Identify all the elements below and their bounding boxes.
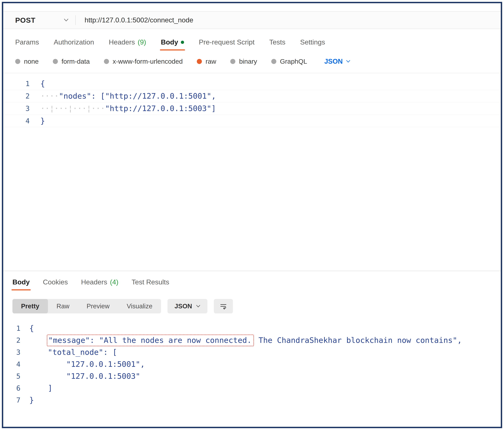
radio-icon [104, 59, 109, 64]
line-number: 2 [3, 92, 30, 100]
editor-line: 3 ··¦···¦···¦···"http://127.0.0.1:5003"] [3, 102, 501, 115]
response-tab-body[interactable]: Body [12, 278, 30, 290]
radio-icon [53, 59, 58, 64]
mode-label: form-data [62, 58, 90, 65]
code-text: { [40, 79, 45, 88]
response-section-divider [3, 271, 501, 271]
line-number: 1 [3, 324, 20, 333]
request-tabs: Params Authorization Headers (9) Body Pr… [15, 38, 501, 51]
view-raw[interactable]: Raw [48, 299, 78, 313]
response-tab-test-results[interactable]: Test Results [132, 278, 169, 290]
tab-label: Authorization [54, 38, 94, 46]
tab-body[interactable]: Body [161, 38, 184, 51]
divider [75, 15, 76, 25]
code-text: } [29, 396, 34, 404]
response-language-selector[interactable]: JSON [168, 299, 207, 313]
view-pretty[interactable]: Pretty [12, 299, 48, 313]
language-label: JSON [175, 303, 192, 310]
language-selector[interactable]: JSON [324, 58, 350, 65]
mode-form-data[interactable]: form-data [53, 58, 90, 65]
url-input[interactable]: http://127.0.0.1:5002/connect_node [85, 16, 193, 24]
view-visualize[interactable]: Visualize [118, 299, 161, 313]
tab-label: Body [161, 38, 178, 46]
code-text: } [40, 116, 45, 125]
response-body-viewer[interactable]: 1 { 2 "message": "All the nodes are now … [3, 313, 501, 406]
tab-params[interactable]: Params [15, 38, 39, 51]
code-text: "http://127.0.0.1:5003"] [105, 104, 216, 113]
radio-selected-icon [197, 59, 202, 64]
mode-raw[interactable]: raw [197, 58, 216, 65]
editor-line: 2 ····"nodes": ["http://127.0.0.1:5001", [3, 90, 501, 102]
headers-count: (9) [138, 38, 146, 46]
response-tab-headers[interactable]: Headers (4) [81, 278, 118, 290]
method-selector[interactable]: POST [3, 11, 75, 29]
radio-icon [230, 59, 235, 64]
tab-authorization[interactable]: Authorization [54, 38, 94, 51]
line-number: 6 [3, 384, 20, 392]
whitespace-guides: ···· [40, 92, 59, 100]
editor-line: 1 { [3, 78, 501, 90]
code-text: { [29, 324, 34, 333]
line-number: 4 [3, 360, 20, 368]
mode-graphql[interactable]: GraphQL [271, 58, 307, 65]
code-text: "127.0.0.1:5003" [29, 372, 140, 381]
mode-none[interactable]: none [15, 58, 39, 65]
mode-label: binary [239, 58, 257, 65]
line-number: 3 [3, 105, 30, 113]
radio-icon [15, 59, 20, 64]
tab-tests[interactable]: Tests [269, 38, 285, 51]
editor-line: 4 } [3, 115, 501, 127]
response-line: 4 "127.0.0.1:5001", [3, 358, 501, 370]
tab-settings[interactable]: Settings [300, 38, 325, 51]
wrap-text-button[interactable] [214, 299, 233, 313]
response-line: 2 "message": "All the nodes are now conn… [3, 334, 501, 346]
active-tab-underline [160, 49, 185, 51]
response-line: 5 "127.0.0.1:5003" [3, 370, 501, 382]
tab-pre-request-script[interactable]: Pre-request Script [199, 38, 254, 51]
wrap-text-icon [219, 302, 227, 310]
highlighted-code-text: "message": "All the nodes are now connec… [48, 336, 252, 345]
tab-label: Headers [81, 278, 107, 286]
chevron-down-icon [346, 60, 350, 63]
tab-label: Params [15, 38, 39, 46]
line-number: 7 [3, 396, 20, 404]
view-label: Pretty [21, 303, 39, 310]
view-preview[interactable]: Preview [78, 299, 118, 313]
headers-count: (4) [110, 278, 118, 286]
response-line: 1 { [3, 322, 501, 334]
response-toolbar: Pretty Raw Preview Visualize JSON [12, 299, 501, 313]
active-tab-underline [11, 289, 31, 290]
method-label: POST [15, 16, 36, 24]
view-switcher: Pretty Raw Preview Visualize [12, 299, 161, 313]
request-url-bar: POST http://127.0.0.1:5002/connect_node [3, 11, 501, 29]
tab-headers[interactable]: Headers (9) [109, 38, 146, 51]
request-body-editor[interactable]: 1 { 2 ····"nodes": ["http://127.0.0.1:50… [3, 73, 501, 271]
mode-label: raw [206, 58, 216, 65]
whitespace-guides: ··¦···¦···¦··· [40, 104, 105, 113]
view-label: Preview [87, 303, 109, 310]
response-tab-cookies[interactable]: Cookies [43, 278, 68, 290]
mode-label: x-www-form-urlencoded [113, 58, 183, 65]
code-text [29, 336, 48, 345]
chevron-down-icon [64, 18, 68, 22]
line-number: 1 [3, 80, 30, 88]
tab-label: Pre-request Script [199, 38, 254, 46]
line-number: 5 [3, 372, 20, 380]
radio-icon [271, 59, 276, 64]
tab-label: Cookies [43, 278, 68, 286]
view-label: Visualize [127, 303, 152, 310]
response-line: 6 ] [3, 382, 501, 394]
app-window: POST http://127.0.0.1:5002/connect_node … [2, 2, 502, 428]
mode-x-www-form-urlencoded[interactable]: x-www-form-urlencoded [104, 58, 183, 65]
line-number: 4 [3, 117, 30, 125]
tab-label: Test Results [132, 278, 169, 286]
language-label: JSON [324, 58, 343, 65]
tab-label: Settings [300, 38, 325, 46]
code-text: "127.0.0.1:5001", [29, 360, 145, 369]
line-number: 2 [3, 336, 20, 344]
tab-label: Body [12, 278, 30, 286]
view-label: Raw [56, 303, 69, 310]
code-text: "nodes": ["http://127.0.0.1:5001", [59, 92, 216, 100]
mode-binary[interactable]: binary [230, 58, 257, 65]
tab-label: Headers [109, 38, 135, 46]
